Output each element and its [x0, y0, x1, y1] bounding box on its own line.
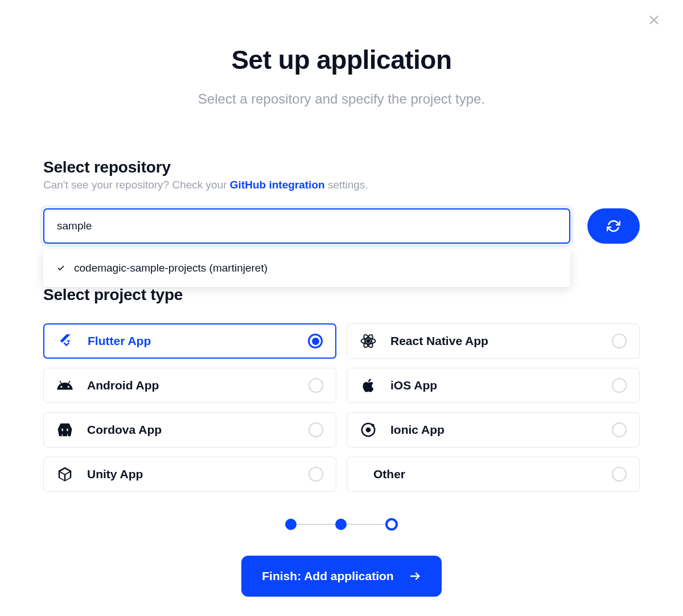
radio-indicator [308, 422, 323, 437]
svg-point-7 [366, 428, 371, 433]
repository-search-input[interactable] [43, 208, 570, 244]
close-button[interactable] [648, 14, 660, 28]
help-suffix: settings. [325, 179, 368, 191]
step-connector [347, 524, 385, 525]
radio-indicator [308, 467, 323, 482]
project-type-label: Cordova App [87, 423, 295, 437]
android-icon [56, 377, 73, 394]
check-icon [57, 264, 65, 272]
radio-indicator [612, 467, 627, 482]
project-type-label: Ionic App [390, 423, 598, 437]
project-type-ios[interactable]: iOS App [347, 368, 640, 403]
project-type-label: iOS App [390, 379, 598, 392]
svg-point-8 [372, 424, 375, 426]
repository-dropdown: codemagic-sample-projects (martinjeret) [43, 249, 570, 287]
step-dot-3 [385, 518, 398, 531]
github-integration-link[interactable]: GitHub integration [230, 179, 325, 191]
refresh-icon [607, 219, 620, 233]
apple-icon [360, 377, 377, 394]
step-connector [297, 524, 335, 525]
radio-indicator [308, 334, 323, 348]
help-prefix: Can't see your repository? Check your [43, 179, 230, 191]
unity-icon [56, 466, 73, 483]
project-type-grid: Flutter App React Native App Android App… [43, 323, 640, 492]
refresh-button[interactable] [587, 208, 640, 244]
select-project-type-section: Select project type Flutter App React Na… [0, 286, 683, 492]
radio-indicator [612, 378, 627, 393]
react-icon [360, 332, 377, 350]
dialog-header: Set up application Select a repository a… [0, 0, 683, 107]
help-text: Can't see your repository? Check your Gi… [43, 179, 640, 191]
project-type-label: Flutter App [88, 334, 294, 348]
section-title-repository: Select repository [43, 158, 640, 176]
project-type-android[interactable]: Android App [43, 368, 336, 403]
radio-indicator [308, 378, 323, 393]
progress-stepper [0, 518, 683, 531]
finish-button-label: Finish: Add application [262, 569, 393, 583]
project-type-react-native[interactable]: React Native App [347, 323, 640, 359]
cordova-icon [56, 421, 73, 438]
radio-indicator [612, 334, 627, 348]
project-type-label: Android App [87, 379, 295, 392]
arrow-right-icon [409, 570, 421, 582]
select-repository-section: Select repository Can't see your reposit… [0, 158, 683, 244]
repository-option-label: codemagic-sample-projects (martinjeret) [74, 262, 268, 274]
page-title: Set up application [0, 44, 683, 75]
project-type-label: Other [373, 467, 598, 481]
project-type-unity[interactable]: Unity App [43, 457, 336, 492]
step-dot-2 [335, 519, 347, 530]
project-type-label: React Native App [390, 334, 598, 348]
project-type-label: Unity App [87, 467, 295, 481]
repository-option[interactable]: codemagic-sample-projects (martinjeret) [43, 254, 570, 282]
project-type-flutter[interactable]: Flutter App [43, 323, 336, 359]
project-type-cordova[interactable]: Cordova App [43, 412, 336, 447]
page-subtitle: Select a repository and specify the proj… [0, 91, 683, 107]
finish-add-application-button[interactable]: Finish: Add application [241, 556, 441, 597]
flutter-icon [57, 332, 74, 350]
section-title-project-type: Select project type [43, 286, 640, 304]
repository-combobox: codemagic-sample-projects (martinjeret) [43, 208, 570, 244]
step-dot-1 [285, 519, 297, 530]
ionic-icon [360, 421, 377, 438]
project-type-other[interactable]: Other [347, 457, 640, 492]
svg-point-2 [367, 340, 370, 343]
radio-indicator [612, 422, 627, 437]
close-icon [648, 14, 660, 26]
project-type-ionic[interactable]: Ionic App [347, 412, 640, 447]
